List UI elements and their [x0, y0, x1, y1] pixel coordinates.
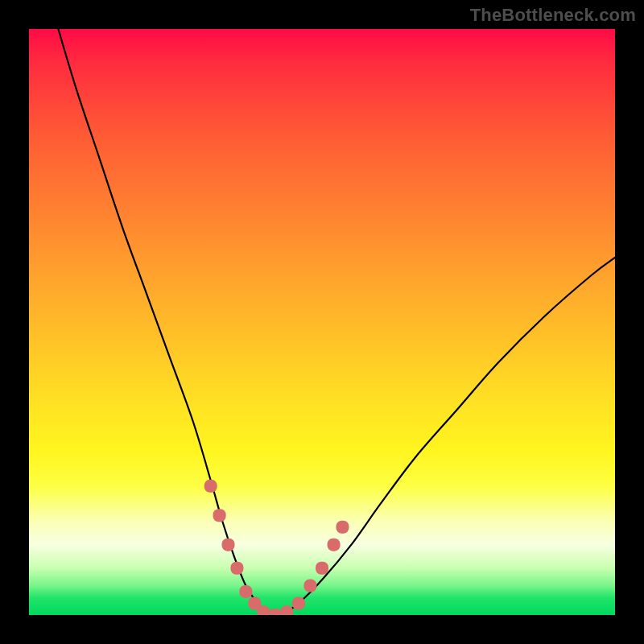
curve-marker	[239, 585, 252, 598]
curve-marker	[269, 609, 282, 615]
curve-markers	[204, 480, 349, 615]
curve-marker	[213, 509, 226, 522]
curve-marker	[280, 605, 293, 615]
chart-frame: TheBottleneck.com	[0, 0, 644, 644]
curve-marker	[204, 480, 217, 493]
watermark-text: TheBottleneck.com	[470, 5, 636, 26]
curve-marker	[316, 562, 328, 575]
plot-area	[29, 29, 615, 615]
curve-marker	[222, 539, 235, 551]
curve-marker	[230, 562, 243, 575]
curve-marker	[303, 580, 316, 592]
curve-marker	[328, 539, 341, 551]
bottleneck-curve-svg	[29, 29, 615, 615]
curve-marker	[257, 605, 270, 615]
curve-marker	[292, 597, 305, 609]
curve-marker	[336, 521, 349, 534]
